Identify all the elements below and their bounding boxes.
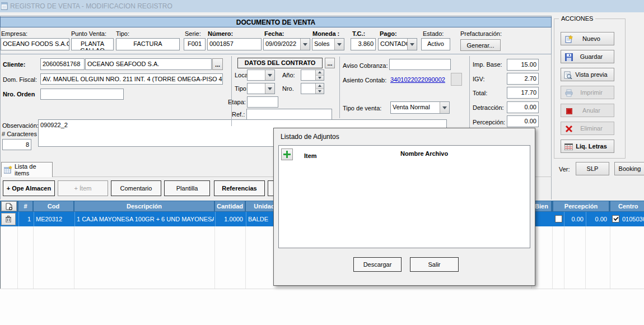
- window-title: REGISTRO DE VENTA - MODIFICACION REGISTR…: [10, 2, 172, 10]
- dom-fiscal-field[interactable]: AV. MANUEL OLGUIN NRO. 211 INT. 4 (TORRE…: [40, 73, 223, 85]
- moneda-combobox[interactable]: Soles: [312, 38, 344, 50]
- separator-cobranza: [339, 57, 340, 118]
- plantilla-button[interactable]: Plantilla: [164, 180, 210, 196]
- cliente-label: Cliente:: [3, 61, 25, 68]
- contrato-nro-spinner[interactable]: [301, 83, 324, 94]
- col-header-cantidad[interactable]: Cantidad: [215, 201, 245, 211]
- form-right-border: [551, 54, 552, 199]
- liq-letras-button[interactable]: Liq. Letras: [561, 140, 614, 153]
- percepcion-label: Percepción:: [473, 119, 505, 126]
- tipo-venta-dropdown-icon[interactable]: [440, 102, 449, 113]
- col-header-descripcion[interactable]: Descripción: [74, 201, 214, 211]
- grid-body-end-line: [0, 289, 644, 289]
- ope-almacen-button[interactable]: + Ope Almacen: [3, 180, 55, 196]
- delete-row-button[interactable]: [1, 213, 16, 225]
- ver-slp-button[interactable]: SLP: [576, 162, 609, 175]
- contrato-anio-spinner[interactable]: [301, 69, 324, 81]
- percepcion-checkbox[interactable]: [555, 215, 562, 222]
- contrato-local-value: [248, 70, 265, 80]
- adjuntos-dialog: Listado de Adjuntos Item Nombre Archivo …: [273, 128, 535, 286]
- punto-venta-label: Punto Venta:: [71, 30, 106, 37]
- nro-orden-field[interactable]: [40, 89, 124, 100]
- contrato-etapa-field[interactable]: [247, 96, 278, 108]
- numero-field[interactable]: 0001857: [207, 38, 262, 50]
- tipo-venta-combobox[interactable]: Venta Normal: [390, 101, 450, 114]
- cell-percepcion-monto: 0.00: [564, 212, 585, 226]
- add-row-button[interactable]: [1, 201, 17, 211]
- cell-centro: 0105030: [620, 212, 644, 226]
- caracteres-label: # Caracteres: [2, 131, 37, 137]
- serie-field[interactable]: F001: [184, 38, 206, 50]
- empresa-label: Empresa:: [1, 30, 27, 37]
- vista-previa-button[interactable]: Vista previa: [561, 68, 614, 81]
- liq-letras-label: Liq. Letras: [576, 143, 607, 150]
- ver-booking-button[interactable]: Booking: [614, 162, 644, 175]
- empresa-field[interactable]: OCEANO FOODS S.A.C.: [1, 38, 69, 50]
- delete-x-icon: [565, 125, 573, 133]
- asiento-contab-link[interactable]: 3401022022090002: [390, 76, 445, 83]
- contrato-ref-field[interactable]: [246, 109, 332, 120]
- dom-fiscal-label: Dom. Fiscal:: [3, 76, 37, 83]
- generar-button[interactable]: Generar...: [460, 39, 501, 51]
- estado-label: Estado:: [423, 30, 444, 37]
- cliente-ruc-field[interactable]: 20600581768: [40, 58, 85, 70]
- anular-label: Anular: [582, 107, 600, 114]
- letras-grid-icon: [564, 143, 573, 150]
- contrato-local-combobox[interactable]: [247, 69, 275, 81]
- moneda-label: Moneda :: [312, 30, 339, 37]
- cliente-nombre-field[interactable]: OCEANO SEAFOOD S.A.: [85, 58, 212, 70]
- col-header-cod[interactable]: Cod: [34, 201, 73, 211]
- fecha-combobox[interactable]: 09/09/2022: [263, 38, 310, 50]
- col-header-centro[interactable]: Centro: [610, 201, 644, 211]
- list-grid-icon: [4, 166, 12, 174]
- contrato-tipo-combobox[interactable]: [247, 83, 275, 94]
- tc-label: T.C.:: [352, 30, 365, 37]
- estado-field: Activo: [421, 38, 450, 50]
- cell-percepcion-base: 0.00: [586, 212, 609, 226]
- centro-checkbox[interactable]: [612, 215, 619, 222]
- detraccion-field[interactable]: 0.00: [507, 101, 539, 113]
- asiento-attach-button: [451, 73, 462, 86]
- salir-button[interactable]: Salir: [410, 257, 459, 272]
- pago-dropdown-icon[interactable]: [407, 39, 417, 50]
- preview-icon: [564, 71, 572, 79]
- nuevo-button[interactable]: Nuevo: [561, 32, 614, 45]
- tab-lista-de-items[interactable]: Lista de items: [1, 162, 53, 177]
- moneda-dropdown-icon[interactable]: [334, 39, 344, 50]
- col-header-percepcion[interactable]: Percepción: [553, 201, 609, 211]
- col-header-num[interactable]: #: [18, 201, 32, 211]
- tipo-label: Tipo:: [116, 30, 129, 37]
- plus-icon: [283, 151, 291, 158]
- cliente-browse-button[interactable]: ...: [212, 58, 223, 70]
- contrato-title: DATOS DEL CONTRATO: [237, 58, 323, 68]
- pago-combobox[interactable]: CONTADO: [378, 38, 417, 50]
- tc-field[interactable]: 3.860: [351, 38, 376, 50]
- contrato-ref-label: Ref.:: [232, 111, 245, 118]
- adjuntos-list[interactable]: Item Nombre Archivo: [278, 145, 530, 248]
- contrato-browse-button[interactable]: ...: [325, 58, 335, 68]
- descargar-button[interactable]: Descargar: [353, 257, 402, 272]
- fecha-label: Fecha:: [264, 30, 284, 37]
- guardar-button[interactable]: Guardar: [561, 50, 614, 63]
- save-icon: [565, 53, 573, 61]
- referencias-button[interactable]: Referencias: [214, 180, 265, 196]
- app-window: REGISTRO DE VENTA - MODIFICACION REGISTR…: [0, 0, 644, 325]
- trash-icon: [6, 216, 11, 222]
- contrato-local-dropdown-icon[interactable]: [265, 70, 274, 80]
- eliminar-label: Eliminar: [580, 125, 603, 132]
- percepcion-field[interactable]: 0.00: [507, 115, 539, 127]
- tipo-field[interactable]: FACTURA: [116, 38, 180, 50]
- comentario-button[interactable]: Comentario: [111, 180, 161, 196]
- fecha-dropdown-icon[interactable]: [300, 39, 310, 50]
- imp-base-field[interactable]: 15.00: [507, 59, 539, 71]
- contrato-tipo-value: [248, 83, 265, 94]
- punto-venta-field[interactable]: PLANTA CALLAO: [71, 38, 114, 50]
- aviso-cobranza-field[interactable]: [389, 59, 451, 70]
- contrato-tipo-dropdown-icon[interactable]: [265, 83, 274, 94]
- contrato-anio-label: Año:: [282, 72, 295, 78]
- guardar-label: Guardar: [580, 53, 603, 60]
- igv-field[interactable]: 2.70: [507, 73, 539, 85]
- total-field[interactable]: 17.70: [507, 87, 539, 99]
- tipo-venta-value: Venta Normal: [391, 102, 440, 113]
- add-attachment-button[interactable]: [281, 148, 293, 160]
